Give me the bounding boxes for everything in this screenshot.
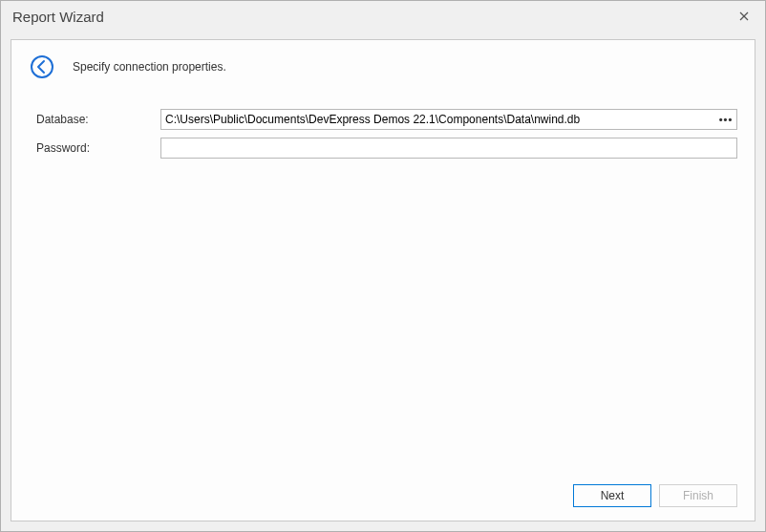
content-outer: Specify connection properties. Database:… — [1, 32, 765, 531]
password-input-wrap — [160, 138, 737, 159]
password-row: Password: — [36, 138, 737, 159]
wizard-window: Report Wizard Specify connection propert… — [0, 0, 766, 532]
finish-button: Finish — [659, 484, 737, 507]
svg-point-2 — [32, 56, 53, 77]
titlebar: Report Wizard — [1, 1, 765, 32]
back-button[interactable] — [29, 53, 55, 80]
close-button[interactable] — [731, 5, 757, 28]
database-row: Database: ••• — [36, 109, 737, 130]
back-arrow-icon — [30, 54, 54, 79]
header-row: Specify connection properties. — [29, 53, 737, 80]
database-label: Database: — [36, 113, 160, 126]
database-input[interactable] — [160, 109, 737, 130]
ellipsis-icon: ••• — [719, 114, 734, 125]
database-input-wrap: ••• — [160, 109, 737, 130]
instruction-text: Specify connection properties. — [73, 60, 226, 74]
form-area: Database: ••• Password: — [29, 109, 737, 166]
close-icon — [739, 11, 749, 21]
password-input[interactable] — [160, 138, 737, 159]
window-title: Report Wizard — [12, 9, 104, 25]
content-panel: Specify connection properties. Database:… — [11, 39, 755, 521]
next-button[interactable]: Next — [573, 484, 651, 507]
password-label: Password: — [36, 141, 160, 155]
button-row: Next Finish — [29, 473, 737, 507]
browse-button[interactable]: ••• — [717, 112, 734, 127]
